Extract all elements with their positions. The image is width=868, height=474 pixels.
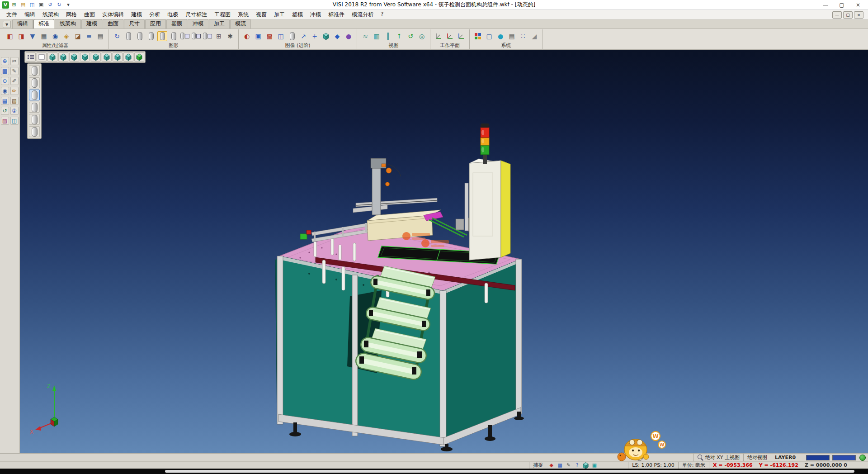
magnet-tool-icon[interactable]: ◉ — [1, 87, 9, 95]
help-status-icon[interactable]: ? — [573, 462, 581, 469]
view-left-cube-icon[interactable] — [80, 52, 90, 62]
workplane-standard-icon[interactable] — [434, 31, 443, 41]
snap-cell[interactable]: 捕捉 ◆▦✎?▣ — [529, 462, 602, 469]
save-file-icon[interactable]: ◫ — [28, 1, 36, 9]
snap-tool-icon[interactable]: ⊙ — [1, 77, 9, 85]
close-button[interactable]: × — [850, 0, 866, 9]
menu-window[interactable]: 视窗 — [252, 10, 270, 19]
ramp-icon[interactable]: ◢ — [529, 31, 539, 41]
view-front-cube-icon[interactable] — [58, 52, 68, 62]
mascot[interactable]: W W — [616, 430, 666, 464]
line-style-2-icon[interactable] — [135, 31, 145, 41]
tab-application[interactable]: 应用 — [145, 19, 166, 28]
menu-wireframe[interactable]: 线架构 — [39, 10, 62, 19]
arrow-up-view-icon[interactable]: ↑ — [394, 31, 404, 41]
redo-icon[interactable]: ↻ — [55, 1, 63, 9]
dynamic-image-icon[interactable]: ▣ — [253, 31, 263, 41]
quick-access-caret-icon[interactable]: ▾ — [64, 1, 72, 9]
line-style-5-icon[interactable] — [169, 31, 179, 41]
globe-status-icon[interactable] — [859, 455, 866, 461]
palette-tool-icon[interactable]: ▨ — [1, 117, 9, 125]
visi-logo[interactable]: V — [2, 1, 9, 9]
menu-surface[interactable]: 曲面 — [80, 10, 99, 19]
display-filter-1[interactable] — [29, 65, 40, 76]
two-point-tool-icon[interactable]: ② — [10, 107, 19, 115]
workplane-align-icon[interactable] — [445, 31, 455, 41]
layer-color-bar-1[interactable] — [806, 455, 830, 460]
monitor-icon[interactable]: ▢ — [484, 31, 494, 41]
view-iso-cube-icon[interactable] — [113, 52, 123, 62]
view-right-cube-icon[interactable] — [69, 52, 79, 62]
units-cell[interactable]: 单位: 毫米 — [678, 462, 709, 469]
menu-moldflow[interactable]: 模流分析 — [348, 10, 377, 19]
tab-molding[interactable]: 塑膜 — [166, 19, 187, 28]
line-style-3-icon[interactable] — [146, 31, 156, 41]
table-system-icon[interactable]: ▤ — [507, 31, 517, 41]
new-file-icon[interactable]: ⊞ — [10, 1, 18, 9]
menu-mesh[interactable]: 网格 — [62, 10, 80, 19]
mesh-display-icon[interactable]: ▩ — [264, 31, 274, 41]
view-bottom-cube-icon[interactable] — [102, 52, 112, 62]
refresh-graphics-icon[interactable]: ↻ — [112, 31, 122, 41]
target-view-icon[interactable]: ◎ — [417, 31, 427, 41]
display-filter-6[interactable] — [29, 126, 40, 137]
tab-surface[interactable]: 曲面 — [103, 19, 123, 28]
attribute-editor-icon[interactable]: ◧ — [5, 31, 15, 41]
layer-cell[interactable]: LAYER0 — [771, 454, 802, 461]
child-restore-button[interactable]: ▢ — [843, 11, 853, 19]
display-filter-3[interactable] — [29, 90, 40, 100]
menu-modeling[interactable]: 建模 — [127, 10, 146, 19]
display-filter-5[interactable] — [29, 114, 40, 125]
grid-status-icon[interactable]: ▦ — [556, 462, 564, 469]
view-top-cube-icon[interactable] — [47, 52, 57, 62]
columns-view-icon[interactable]: ║ — [383, 31, 393, 41]
color-grid-icon[interactable] — [473, 31, 483, 41]
tab-machining[interactable]: 加工 — [209, 19, 230, 28]
pencil-tool-icon[interactable]: ✏ — [10, 87, 19, 95]
child-close-button[interactable]: × — [854, 11, 863, 19]
highlight-icon[interactable]: ◈ — [61, 31, 71, 41]
tab-die[interactable]: 冲模 — [188, 19, 208, 28]
taskbar-bar[interactable] — [165, 470, 854, 473]
knife-tool-icon[interactable]: ✐ — [10, 77, 19, 85]
workplane-custom-icon[interactable] — [456, 31, 466, 41]
section-display-icon[interactable]: ◫ — [276, 31, 286, 41]
menu-drafting[interactable]: 工程图 — [211, 10, 234, 19]
snap-status-icon[interactable]: ◆ — [547, 462, 555, 469]
view-list-icon[interactable] — [26, 52, 36, 62]
wave-analysis-icon[interactable]: ≈ — [360, 31, 370, 41]
display-filter-4[interactable] — [29, 102, 40, 113]
magnet-snap-icon[interactable]: ◉ — [50, 31, 60, 41]
maximize-button[interactable]: ▢ — [834, 0, 850, 9]
open-file-icon[interactable]: ▤ — [19, 1, 27, 9]
trim-tool-icon[interactable]: ✂ — [10, 57, 19, 65]
line-style-4-icon[interactable] — [157, 31, 167, 41]
graphics-options-icon[interactable]: ✱ — [225, 31, 235, 41]
layer-filter-icon[interactable]: ▤ — [95, 31, 105, 41]
filter-grid-icon[interactable]: ▦ — [39, 31, 49, 41]
filter-elements-icon[interactable]: ▼ — [28, 31, 38, 41]
chart-tool-icon[interactable]: ◫ — [10, 117, 19, 125]
render-box-icon[interactable]: ⊞ — [214, 31, 224, 41]
tab-edit[interactable]: 编辑 — [12, 19, 33, 28]
notebook-tool-icon[interactable]: ▧ — [10, 97, 19, 105]
menu-die[interactable]: 冲模 — [307, 10, 325, 19]
shade-solid-icon[interactable] — [180, 31, 190, 41]
shade-hidden-icon[interactable] — [203, 31, 212, 41]
globe-system-icon[interactable]: ● — [495, 31, 505, 41]
tab-flow[interactable]: 模流 — [230, 19, 251, 28]
gem-display-icon[interactable]: ◆ — [332, 31, 342, 41]
iso-cube-icon[interactable] — [321, 31, 331, 41]
view-shaded-cube-icon[interactable] — [134, 52, 144, 62]
undo-icon[interactable]: ↺ — [46, 1, 54, 9]
minimize-button[interactable]: — — [817, 0, 834, 9]
attribute-copy-icon[interactable]: ◨ — [16, 31, 26, 41]
cube-status-icon[interactable] — [582, 462, 590, 469]
zoom-tool-icon[interactable]: ⊕ — [1, 57, 9, 65]
menu-system[interactable]: 系统 — [234, 10, 252, 19]
menu-electrode[interactable]: 电极 — [164, 10, 182, 19]
menu-solid-edit[interactable]: 实体编辑 — [99, 10, 127, 19]
shade-wireframe-icon[interactable] — [191, 31, 201, 41]
menu-edit[interactable]: 编辑 — [21, 10, 39, 19]
new-view-window-icon[interactable] — [37, 52, 47, 62]
